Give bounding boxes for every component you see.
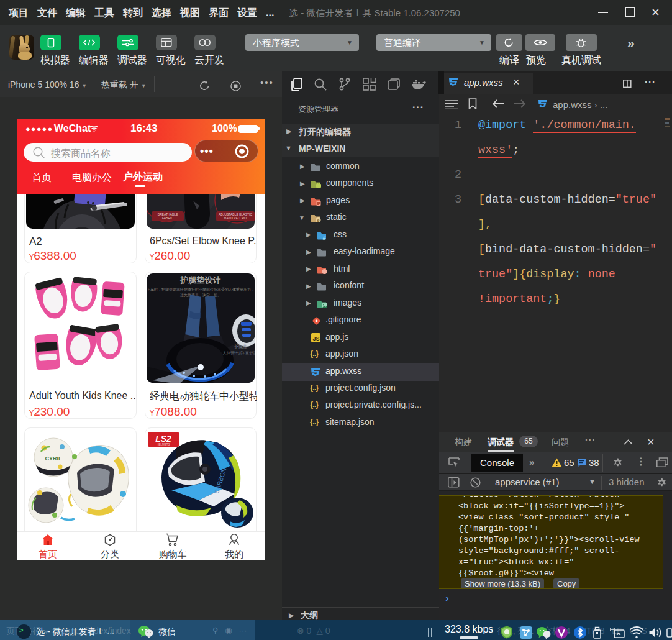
svg-text:#: # bbox=[322, 235, 325, 240]
svg-text:LS2: LS2 bbox=[155, 434, 171, 444]
svg-text:CYRIL: CYRIL bbox=[45, 455, 63, 462]
svg-text:护腿垫设计: 护腿垫设计 bbox=[180, 275, 221, 285]
svg-text:HELMETS: HELMETS bbox=[157, 443, 170, 446]
svg-text:上车时，护腿垫能减轻您骑行时小腿部位所承受的人体重量压力，: 上车时，护腿垫能减轻您骑行时小腿部位所承受的人体重量压力， bbox=[147, 287, 255, 292]
svg-text:BAND VELCRO: BAND VELCRO bbox=[224, 216, 247, 220]
svg-text:FABRIC: FABRIC bbox=[162, 216, 173, 220]
svg-text:人体设计(好)·更舒适: 人体设计(好)·更舒适 bbox=[222, 350, 255, 355]
svg-text:护腿垫: 护腿垫 bbox=[234, 344, 248, 349]
svg-text:e: e bbox=[317, 217, 320, 223]
